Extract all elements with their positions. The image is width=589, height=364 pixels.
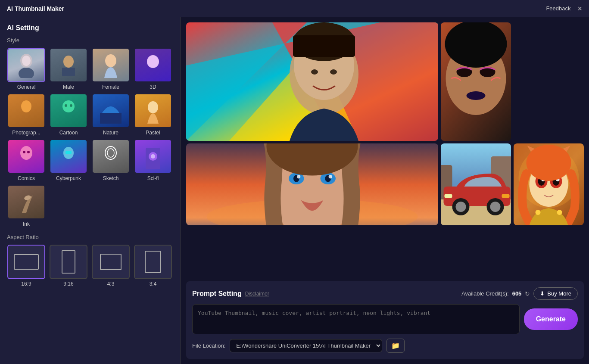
style-item-female[interactable]: Female xyxy=(91,48,130,90)
svg-point-3 xyxy=(63,56,74,68)
gallery-image-red-car xyxy=(441,143,511,225)
style-item-cyberpunk[interactable]: Cyberpunk xyxy=(49,139,88,181)
style-thumb-nature[interactable] xyxy=(92,93,130,128)
download-icon: ⬇ xyxy=(540,290,545,297)
svg-rect-13 xyxy=(100,113,122,124)
credit-section: Available Credit(s): 605 ↻ ⬇ Buy More xyxy=(461,287,578,300)
style-thumb-ink[interactable] xyxy=(7,185,45,219)
svg-rect-62 xyxy=(502,194,510,198)
style-thumb-cartoon[interactable] xyxy=(50,93,87,128)
style-item-nature[interactable]: Nature xyxy=(91,93,130,136)
svg-point-41 xyxy=(445,22,507,68)
file-location-row: File Location: E:\Wondershare UniConvert… xyxy=(192,339,578,353)
style-item-pastel[interactable]: Pastel xyxy=(134,93,172,136)
image-gallery xyxy=(186,22,584,276)
style-thumb-female[interactable] xyxy=(92,48,130,82)
aspect-thumb-16-9[interactable] xyxy=(7,245,45,279)
aspect-thumb-3-4[interactable] xyxy=(134,245,172,279)
prompt-section: Prompt Setting Disclaimer Available Cred… xyxy=(186,281,584,359)
style-label-cyberpunk: Cyberpunk xyxy=(56,175,81,181)
svg-rect-19 xyxy=(65,151,72,154)
style-label-general: General xyxy=(17,84,36,90)
style-grid: General Male Female xyxy=(7,48,174,227)
gallery-image-woman-sunset xyxy=(186,143,438,225)
aspect-label-9-16: 9:16 xyxy=(63,281,73,287)
style-label-male: Male xyxy=(63,84,74,90)
right-panel: Prompt Setting Disclaimer Available Cred… xyxy=(181,17,589,364)
style-thumb-scifi[interactable] xyxy=(134,139,172,174)
disclaimer-link[interactable]: Disclaimer xyxy=(245,291,269,297)
gallery-image-woman-makeup xyxy=(441,22,511,141)
aspect-label-16-9: 16:9 xyxy=(21,281,31,287)
refresh-icon[interactable]: ↻ xyxy=(525,290,530,297)
svg-point-76 xyxy=(536,210,541,215)
svg-point-17 xyxy=(27,151,30,153)
style-item-photography[interactable]: Photograp... xyxy=(7,93,46,136)
style-thumb-comics[interactable] xyxy=(7,139,45,174)
style-item-3d[interactable]: 3D xyxy=(134,48,172,90)
aspect-label-4-3: 4:3 xyxy=(107,281,115,287)
svg-point-49 xyxy=(297,175,300,178)
left-panel: AI Setting Style General M xyxy=(0,17,181,364)
style-item-sketch[interactable]: Sketch xyxy=(91,139,130,181)
svg-point-16 xyxy=(23,151,25,153)
generate-button[interactable]: Generate xyxy=(524,308,578,330)
svg-rect-4 xyxy=(62,68,75,76)
aspect-label-3-4: 3:4 xyxy=(150,281,157,287)
prompt-textarea[interactable] xyxy=(192,304,520,334)
style-label-comics: Comics xyxy=(18,175,35,181)
svg-point-60 xyxy=(490,202,501,212)
buy-more-button[interactable]: ⬇ Buy More xyxy=(533,287,578,300)
svg-point-14 xyxy=(148,101,158,113)
folder-icon: 📁 xyxy=(391,342,400,349)
aspect-item-16-9[interactable]: 16:9 xyxy=(7,245,46,287)
main-container: AI Setting Style General M xyxy=(0,17,589,364)
credit-count: 605 xyxy=(512,290,522,297)
svg-point-8 xyxy=(21,100,31,112)
style-thumb-pastel[interactable] xyxy=(134,93,172,128)
gallery-image-man xyxy=(186,22,438,141)
style-item-cartoon[interactable]: Cartoon xyxy=(49,93,88,136)
aspect-ratio-grid: 16:9 9:16 4:3 3:4 xyxy=(7,245,174,287)
style-item-general[interactable]: General xyxy=(7,48,46,90)
aspect-thumb-4-3[interactable] xyxy=(92,245,130,279)
aspect-item-9-16[interactable]: 9:16 xyxy=(49,245,88,287)
close-button[interactable]: × xyxy=(577,5,582,12)
style-thumb-3d[interactable] xyxy=(134,48,172,82)
style-thumb-photography[interactable] xyxy=(7,93,45,128)
style-label-female: Female xyxy=(102,84,119,90)
style-thumb-sketch[interactable] xyxy=(92,139,130,174)
style-label-nature: Nature xyxy=(103,130,118,136)
credit-label: Available Credit(s): xyxy=(461,290,509,297)
file-location-select[interactable]: E:\Wondershare UniConverter 15\AI Thumbn… xyxy=(230,339,382,352)
svg-point-10 xyxy=(62,100,75,112)
folder-icon-button[interactable]: 📁 xyxy=(386,339,405,353)
svg-point-77 xyxy=(557,210,562,215)
svg-point-34 xyxy=(311,69,318,75)
style-item-scifi[interactable]: Sci-fi xyxy=(134,139,172,181)
style-thumb-general[interactable] xyxy=(7,48,45,82)
title-bar: AI Thumbnail Maker Feedback × xyxy=(0,0,589,17)
app-title: AI Thumbnail Maker xyxy=(7,5,64,12)
style-thumb-cyberpunk[interactable] xyxy=(50,139,87,174)
ai-setting-title: AI Setting xyxy=(7,24,174,32)
svg-rect-33 xyxy=(293,35,355,57)
aspect-item-4-3[interactable]: 4:3 xyxy=(91,245,130,287)
style-item-ink[interactable]: Ink xyxy=(7,185,46,227)
style-label-sketch: Sketch xyxy=(103,175,119,181)
feedback-link[interactable]: Feedback xyxy=(546,5,570,12)
aspect-item-3-4[interactable]: 3:4 xyxy=(134,245,172,287)
svg-point-40 xyxy=(467,91,486,100)
style-label-3d: 3D xyxy=(150,84,156,90)
style-item-male[interactable]: Male xyxy=(49,48,88,90)
svg-point-1 xyxy=(19,68,34,78)
aspect-thumb-9-16[interactable] xyxy=(50,245,87,279)
style-item-comics[interactable]: Comics xyxy=(7,139,46,181)
svg-point-6 xyxy=(147,55,159,68)
svg-point-12 xyxy=(70,104,72,107)
gallery-image-anime-girl xyxy=(514,143,584,225)
svg-point-11 xyxy=(65,104,67,107)
style-label: Style xyxy=(7,37,174,44)
svg-point-2 xyxy=(22,56,31,66)
style-thumb-male[interactable] xyxy=(50,48,87,82)
